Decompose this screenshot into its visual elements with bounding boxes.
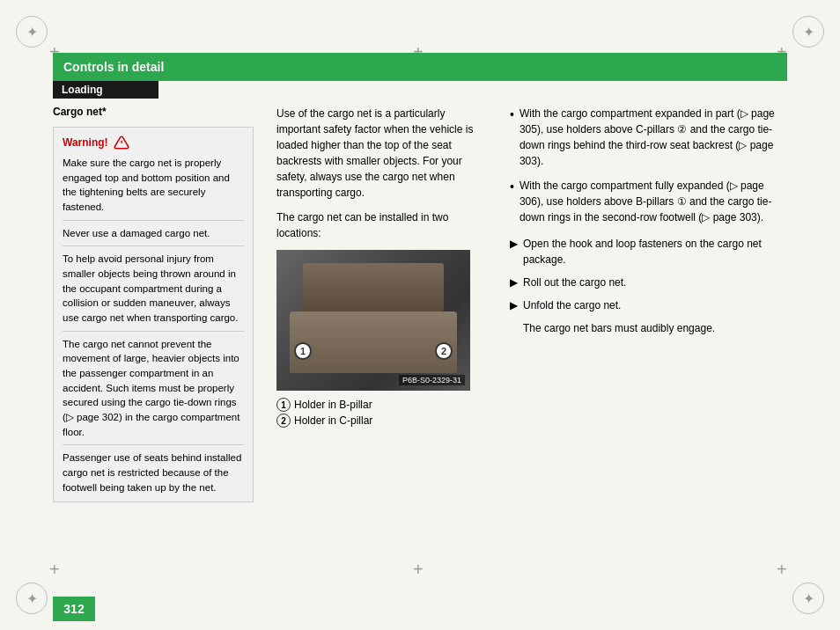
bullet-text-2: With the cargo compartment fully expande… <box>519 178 787 225</box>
content: Cargo net* Warning! Make sure the cargo … <box>53 106 787 577</box>
seat-back <box>303 263 444 311</box>
arrow-item-1: ▶ Open the hook and loop fasteners on th… <box>510 236 787 267</box>
caption-text-2: Holder in C-pillar <box>294 414 372 427</box>
arrow-sym-3: ▶ <box>510 297 518 313</box>
arrow-sym-2: ▶ <box>510 275 518 290</box>
section-bar: Loading <box>53 81 158 99</box>
warning-text-3: To help avoid personal injury from small… <box>63 252 244 325</box>
arrow-item-2: ▶ Roll out the cargo net. <box>510 275 787 290</box>
compass-tl <box>16 16 48 48</box>
compass-br <box>792 582 824 614</box>
warning-box: Warning! Make sure the cargo net is prop… <box>53 127 254 502</box>
cargo-net-title: Cargo net* <box>53 106 254 118</box>
compass-tr <box>792 16 824 48</box>
seat-shape <box>290 311 457 373</box>
warning-triangle-icon <box>114 135 129 150</box>
badge-2: 2 <box>435 342 453 360</box>
warning-text-1: Make sure the cargo net is properly enga… <box>63 156 244 215</box>
caption-text-1: Holder in B-pillar <box>294 399 372 411</box>
section-label: Loading <box>62 84 103 96</box>
left-column: Cargo net* Warning! Make sure the cargo … <box>53 106 264 577</box>
warning-text-5: Passenger use of seats behind installed … <box>63 451 244 494</box>
page: Controls in detail Loading Cargo net* Wa… <box>0 0 840 630</box>
intro-text: Use of the cargo net is a particularly i… <box>276 106 485 201</box>
arrow-item-4: ▶ The cargo net bars must audibly engage… <box>510 320 787 336</box>
cargo-image-inner: 1 2 P6B-S0-2329-31 <box>276 250 470 391</box>
header-title: Controls in detail <box>63 60 164 74</box>
warning-title: Warning! <box>63 136 108 149</box>
locations-text: The cargo net can be installed in two lo… <box>276 209 485 241</box>
arrow-text-1: Open the hook and loop fasteners on the … <box>523 236 787 267</box>
right-column: • With the cargo compartment expanded in… <box>497 106 787 577</box>
arrow-text-3: Unfold the cargo net. <box>523 297 621 313</box>
arrow-list: ▶ Open the hook and loop fasteners on th… <box>510 236 787 336</box>
arrow-item-3: ▶ Unfold the cargo net. <box>510 297 787 313</box>
bullet-list: • With the cargo compartment expanded in… <box>510 106 787 225</box>
warning-text-4: The cargo net cannot prevent the movemen… <box>63 337 244 440</box>
header-bar: Controls in detail <box>53 53 787 81</box>
cargo-image: 1 2 P6B-S0-2329-31 <box>276 250 470 391</box>
bullet-item-2: • With the cargo compartment fully expan… <box>510 178 787 225</box>
warning-text-2: Never use a damaged cargo net. <box>63 226 244 241</box>
caption-num-1: 1 <box>276 398 291 412</box>
arrow-text-2: Roll out the cargo net. <box>523 275 626 290</box>
caption-item-2: 2 Holder in C-pillar <box>276 414 485 428</box>
arrow-sym-1: ▶ <box>510 236 518 267</box>
bullet-item-1: • With the cargo compartment expanded in… <box>510 106 787 169</box>
compass-bl <box>16 582 48 614</box>
bullet-dot-1: • <box>510 106 514 169</box>
caption-item-1: 1 Holder in B-pillar <box>276 398 485 412</box>
caption-list: 1 Holder in B-pillar 2 Holder in C-pilla… <box>276 398 485 428</box>
arrow-text-4: The cargo net bars must audibly engage. <box>523 320 715 336</box>
mid-column: Use of the cargo net is a particularly i… <box>264 106 497 577</box>
page-number-block: 312 <box>53 597 95 621</box>
caption-num-2: 2 <box>276 414 291 428</box>
image-code: P6B-S0-2329-31 <box>399 375 465 385</box>
badge-1: 1 <box>294 342 312 360</box>
page-number: 312 <box>63 602 84 616</box>
bullet-dot-2: • <box>510 179 514 225</box>
warning-header: Warning! <box>63 135 244 150</box>
bullet-text-1: With the cargo compartment expanded in p… <box>519 106 787 169</box>
